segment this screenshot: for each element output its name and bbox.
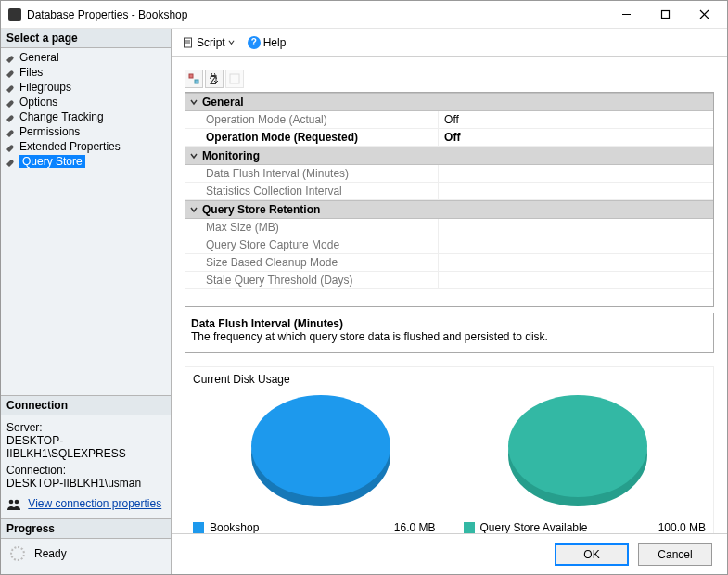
toolbar: Script ? Help bbox=[172, 29, 727, 57]
propgrid-row[interactable]: Stale Query Threshold (Days) bbox=[185, 272, 713, 289]
sidebar-item-files[interactable]: Files bbox=[5, 65, 167, 80]
propgrid-value[interactable] bbox=[439, 272, 713, 288]
propgrid-row[interactable]: Statistics Collection Interval bbox=[185, 183, 713, 200]
legend-swatch bbox=[193, 522, 204, 533]
disk-usage-title: Current Disk Usage bbox=[193, 373, 706, 386]
sidebar-item-label: Files bbox=[19, 66, 43, 79]
svg-point-5 bbox=[15, 500, 19, 505]
legend-value: 100.0 MB bbox=[641, 521, 706, 533]
sidebar-item-extended-properties[interactable]: Extended Properties bbox=[5, 139, 167, 154]
disk-legend: Bookshop16.0 MBQuery Store Used0.0 MB Qu… bbox=[193, 519, 706, 533]
close-button[interactable] bbox=[684, 2, 723, 28]
propgrid-key: Stale Query Threshold (Days) bbox=[185, 272, 439, 288]
progress-spinner-icon bbox=[10, 546, 25, 561]
wrench-icon bbox=[6, 68, 16, 77]
propgrid-key: Max Size (MB) bbox=[185, 219, 439, 236]
help-button[interactable]: ? Help bbox=[244, 34, 290, 51]
propgrid-category[interactable]: Query Store Retention bbox=[185, 200, 713, 219]
legend-row: Bookshop16.0 MB bbox=[193, 521, 436, 533]
help-label: Help bbox=[263, 36, 287, 49]
propgrid-category[interactable]: General bbox=[185, 93, 713, 111]
propgrid-value[interactable]: Off bbox=[439, 129, 713, 146]
propgrid-row[interactable]: Max Size (MB) bbox=[185, 219, 713, 236]
disk-usage-charts bbox=[193, 395, 706, 506]
wrench-icon bbox=[6, 142, 16, 151]
svg-rect-9 bbox=[189, 74, 193, 78]
sidebar-item-label: Permissions bbox=[19, 125, 80, 138]
expand-icon bbox=[188, 96, 198, 107]
svg-rect-1 bbox=[661, 11, 669, 19]
propgrid-value[interactable]: Off bbox=[439, 111, 713, 128]
legend-right: Query Store Available100.0 MBQuery Store… bbox=[464, 519, 707, 533]
querystore-pie-chart bbox=[508, 395, 647, 506]
script-button[interactable]: Script bbox=[179, 34, 238, 51]
propgrid-value[interactable] bbox=[439, 254, 713, 271]
wrench-icon bbox=[6, 112, 16, 121]
sidebar: Select a page GeneralFilesFilegroupsOpti… bbox=[1, 29, 172, 574]
propgrid-row[interactable]: Operation Mode (Actual)Off bbox=[185, 111, 713, 129]
propgrid-value[interactable] bbox=[439, 236, 713, 253]
legend-value: 16.0 MB bbox=[371, 521, 436, 533]
expand-icon bbox=[188, 204, 198, 214]
propgrid-button-disabled bbox=[225, 70, 244, 88]
disk-usage-panel: Current Disk Usage Bookshop16.0 MBQuery … bbox=[185, 366, 714, 533]
alphabetical-button[interactable]: AZ bbox=[205, 70, 224, 88]
sidebar-item-label: Extended Properties bbox=[19, 140, 121, 153]
legend-label: Bookshop bbox=[210, 521, 371, 533]
sidebar-item-filegroups[interactable]: Filegroups bbox=[5, 80, 167, 95]
wrench-icon bbox=[6, 157, 16, 166]
chevron-down-icon bbox=[228, 39, 235, 45]
sidebar-item-label: Options bbox=[19, 96, 57, 109]
sidebar-item-query-store[interactable]: Query Store bbox=[5, 154, 167, 169]
sidebar-item-permissions[interactable]: Permissions bbox=[5, 124, 167, 139]
group-icon bbox=[6, 498, 21, 511]
server-label: Server: bbox=[6, 421, 165, 434]
wrench-icon bbox=[6, 97, 16, 107]
connection-panel: Connection Server: DESKTOP-IIBLKH1\SQLEX… bbox=[1, 395, 171, 518]
propgrid-key: Statistics Collection Interval bbox=[185, 183, 439, 199]
sidebar-item-label: Filegroups bbox=[19, 81, 71, 94]
window-title: Database Properties - Bookshop bbox=[27, 8, 607, 21]
sidebar-item-general[interactable]: General bbox=[5, 50, 167, 65]
ok-button[interactable]: OK bbox=[555, 543, 629, 566]
view-connection-properties-link[interactable]: View connection properties bbox=[28, 497, 161, 510]
propgrid-row[interactable]: Size Based Cleanup Mode bbox=[185, 254, 713, 272]
propgrid-row[interactable]: Operation Mode (Requested)Off bbox=[185, 129, 713, 147]
propgrid-category[interactable]: Monitoring bbox=[185, 147, 713, 165]
propgrid-key: Operation Mode (Requested) bbox=[185, 129, 439, 146]
content-area: AZ GeneralOperation Mode (Actual)OffOper… bbox=[172, 57, 727, 533]
propgrid-toolbar: AZ bbox=[185, 70, 714, 88]
app-icon bbox=[8, 8, 21, 21]
wrench-icon bbox=[6, 83, 16, 92]
main-panel: Script ? Help AZ GeneralOperation Mo bbox=[172, 29, 727, 574]
cancel-button[interactable]: Cancel bbox=[638, 543, 712, 566]
propgrid-value[interactable] bbox=[439, 183, 713, 199]
description-text: The frequency at which query store data … bbox=[191, 330, 708, 343]
propgrid-value[interactable] bbox=[439, 219, 713, 236]
legend-row: Query Store Available100.0 MB bbox=[464, 521, 707, 533]
expand-icon bbox=[188, 150, 198, 160]
propgrid-key: Operation Mode (Actual) bbox=[185, 111, 439, 128]
select-page-header: Select a page bbox=[1, 29, 171, 48]
progress-header: Progress bbox=[1, 518, 171, 539]
propgrid-row[interactable]: Query Store Capture Mode bbox=[185, 236, 713, 254]
help-icon: ? bbox=[248, 36, 261, 49]
property-grid: GeneralOperation Mode (Actual)OffOperati… bbox=[185, 92, 714, 307]
server-value: DESKTOP-IIBLKH1\SQLEXPRESS bbox=[6, 434, 165, 460]
connection-header: Connection bbox=[1, 396, 171, 415]
connection-label: Connection: bbox=[6, 464, 165, 477]
connection-value: DESKTOP-IIBLKH1\usman bbox=[6, 477, 165, 490]
maximize-button[interactable] bbox=[645, 2, 684, 28]
propgrid-value[interactable] bbox=[439, 165, 713, 182]
sidebar-item-options[interactable]: Options bbox=[5, 95, 167, 109]
minimize-button[interactable] bbox=[607, 2, 645, 28]
sidebar-item-change-tracking[interactable]: Change Tracking bbox=[5, 109, 167, 124]
categorized-button[interactable] bbox=[185, 70, 203, 88]
wrench-icon bbox=[6, 53, 16, 62]
wrench-icon bbox=[6, 127, 16, 136]
propgrid-key: Query Store Capture Mode bbox=[185, 236, 439, 253]
svg-text:Z: Z bbox=[210, 74, 216, 84]
propgrid-row[interactable]: Data Flush Interval (Minutes) bbox=[185, 165, 713, 183]
svg-rect-14 bbox=[230, 74, 239, 83]
svg-rect-10 bbox=[195, 80, 198, 83]
